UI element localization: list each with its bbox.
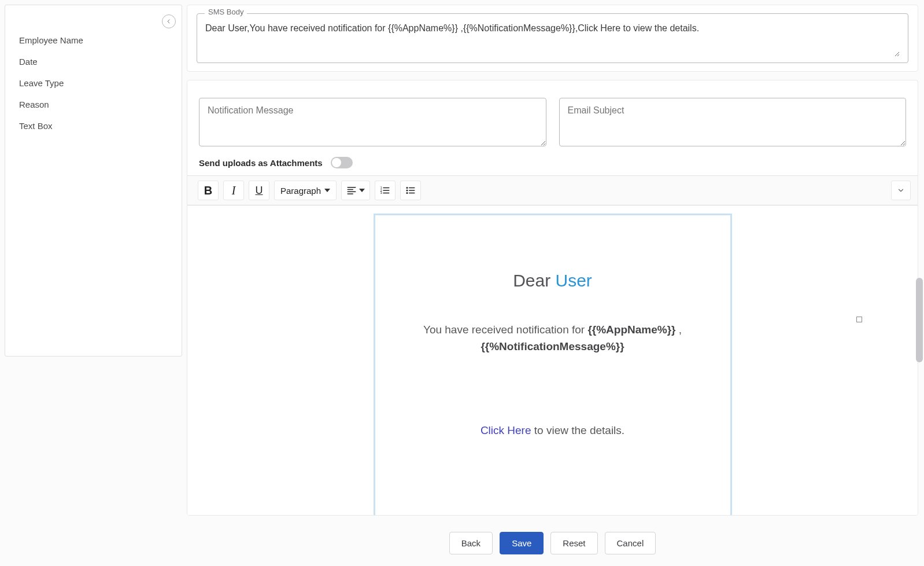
cancel-button[interactable]: Cancel	[605, 532, 656, 554]
email-editor-canvas[interactable]: Dear User You have received notification…	[187, 205, 918, 515]
notificationmessage-token: {{%NotificationMessage%}}	[481, 340, 624, 352]
underline-button[interactable]: U	[249, 181, 269, 200]
email-subject-input[interactable]	[559, 98, 907, 146]
click-here-link[interactable]: Click Here	[481, 424, 531, 436]
ordered-list-icon: 123	[380, 185, 390, 196]
sms-body-field-wrap	[197, 13, 908, 63]
sidebar-var-employee-name[interactable]: Employee Name	[8, 30, 179, 51]
click-line: Click Here to view the details.	[386, 424, 720, 437]
footer-actions: Back Save Reset Cancel	[187, 524, 918, 566]
sms-panel: SMS Body	[187, 5, 918, 72]
sidebar-var-date[interactable]: Date	[8, 51, 179, 72]
arrow-left-icon	[165, 18, 172, 25]
sidebar-var-reason[interactable]: Reason	[8, 94, 179, 115]
italic-button[interactable]: I	[223, 181, 244, 200]
svg-point-4	[406, 190, 408, 192]
sidebar-var-leave-type[interactable]: Leave Type	[8, 72, 179, 94]
chevron-down-icon	[359, 189, 365, 192]
unordered-list-icon	[405, 185, 416, 196]
unordered-list-button[interactable]	[400, 181, 421, 200]
click-suffix: to view the details.	[531, 424, 625, 436]
notification-panel: Send uploads as Attachments B I U Paragr…	[187, 80, 918, 516]
greeting-prefix: Dear	[513, 271, 555, 290]
sms-body-input[interactable]	[205, 23, 900, 57]
selection-handle[interactable]	[856, 317, 862, 322]
paragraph-dropdown-label: Paragraph	[280, 186, 321, 196]
rte-toolbar: B I U Paragraph 123	[187, 175, 918, 205]
chevron-down-icon	[897, 186, 905, 194]
greeting-line: Dear User	[386, 271, 720, 291]
attachments-toggle[interactable]	[331, 157, 353, 168]
save-button[interactable]: Save	[500, 532, 544, 554]
svg-point-5	[406, 192, 408, 194]
notification-message-input[interactable]	[199, 98, 546, 146]
align-dropdown[interactable]	[341, 181, 370, 200]
back-button[interactable]: Back	[449, 532, 493, 554]
body-line: You have received notification for {{%Ap…	[386, 322, 720, 355]
greeting-user: User	[556, 271, 592, 290]
page-scrollbar-thumb[interactable]	[916, 278, 923, 362]
collapse-sidebar-button[interactable]	[162, 14, 176, 28]
svg-point-3	[406, 187, 408, 189]
chevron-down-icon	[324, 189, 330, 192]
svg-text:3: 3	[380, 191, 382, 194]
body-prefix: You have received notification for	[423, 324, 587, 336]
toolbar-expand-button[interactable]	[891, 181, 911, 200]
reset-button[interactable]: Reset	[550, 532, 597, 554]
variable-sidebar: Employee Name Date Leave Type Reason Tex…	[5, 5, 182, 356]
sms-body-legend: SMS Body	[205, 8, 247, 16]
sidebar-var-text-box[interactable]: Text Box	[8, 115, 179, 137]
paragraph-dropdown[interactable]: Paragraph	[274, 181, 337, 200]
attachments-toggle-label: Send uploads as Attachments	[199, 158, 323, 168]
appname-token: {{%AppName%}}	[587, 324, 675, 336]
bold-button[interactable]: B	[198, 181, 219, 200]
align-left-icon	[346, 185, 357, 196]
ordered-list-button[interactable]: 123	[375, 181, 396, 200]
body-separator: ,	[675, 324, 682, 336]
email-template-page: Dear User You have received notification…	[374, 214, 732, 515]
